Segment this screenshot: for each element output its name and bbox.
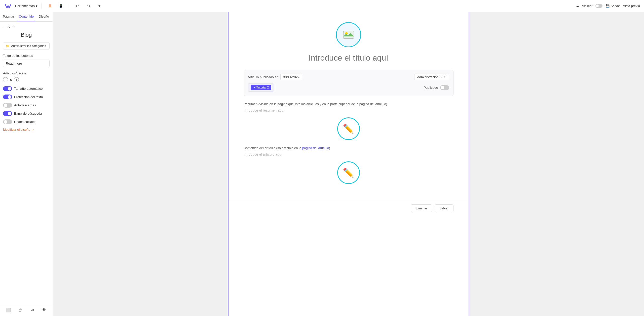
delete-btn[interactable]: Eliminar — [411, 204, 432, 212]
canvas-inner: Artículo publicado en 30/11/2022 Adminis… — [228, 12, 469, 316]
published-toggle[interactable] — [440, 85, 449, 90]
tab-paginas[interactable]: Páginas — [0, 12, 18, 21]
toggle-search-bar: Barra de búsqueda — [3, 111, 50, 116]
logo[interactable] — [4, 3, 11, 10]
canvas-wrapper: Artículo publicado en 30/11/2022 Adminis… — [53, 12, 644, 316]
anti-download-toggle[interactable] — [3, 103, 12, 108]
sidebar: Páginas Contenido Diseño ← Atrás Blog 📁 … — [0, 12, 53, 316]
save-article-btn[interactable]: Salvar — [435, 204, 453, 212]
tag-tutorial2[interactable]: ✕ Tutorial 2 — [251, 85, 272, 90]
article-meta-box: Artículo publicado en 30/11/2022 Adminis… — [244, 70, 453, 96]
publish-btn[interactable]: ☁ Publicar — [576, 4, 592, 8]
redo-btn[interactable]: ↪ — [84, 2, 92, 10]
content-placeholder: Introduce el artículo aquí — [244, 151, 453, 157]
summary-edit-icon[interactable]: ✏️ — [337, 117, 360, 140]
back-arrow-icon: ← — [3, 25, 7, 29]
more-options-btn[interactable]: ▾ — [95, 2, 103, 10]
search-bar-toggle[interactable] — [3, 111, 12, 116]
content-label: Contenido del artículo (sólo visible en … — [244, 146, 453, 150]
seo-btn[interactable]: Administración SEO — [414, 74, 449, 80]
copy-icon[interactable]: ⬜ — [5, 306, 12, 313]
content-section: Contenido del artículo (sólo visible en … — [244, 146, 453, 184]
save-btn[interactable]: 💾 Salvar — [605, 4, 620, 8]
meta-row-2: ✕ Tutorial 2 Publicado — [248, 83, 449, 92]
increase-articles-btn[interactable]: + — [14, 77, 19, 82]
folder-icon: 📁 — [6, 44, 10, 48]
tab-contenido[interactable]: Contenido — [18, 12, 35, 21]
tab-diseno[interactable]: Diseño — [35, 12, 53, 21]
mobile-view-btn[interactable]: 📱 — [57, 2, 65, 10]
published-label: Publicado — [424, 86, 438, 89]
social-networks-toggle[interactable] — [3, 119, 12, 124]
publish-toggle[interactable] — [595, 4, 602, 8]
tag-x-icon[interactable]: ✕ — [253, 86, 255, 89]
summary-label: Resumen (visible en la página que lista … — [244, 102, 453, 106]
published-row: Publicado — [424, 85, 449, 90]
toolbar-right: ☁ Publicar 💾 Salvar Vista previa — [576, 4, 640, 8]
button-text-label: Texto de los botones — [3, 54, 50, 58]
sidebar-tabs: Páginas Contenido Diseño — [0, 12, 53, 22]
auto-size-toggle[interactable] — [3, 86, 12, 91]
articles-per-page-label: Artículos/página — [3, 71, 50, 75]
article-image-placeholder[interactable] — [336, 22, 361, 47]
article-editor: Artículo publicado en 30/11/2022 Adminis… — [229, 12, 469, 200]
sidebar-content: ← Atrás Blog 📁 Administrar las categoría… — [0, 22, 53, 304]
toggle-social-networks: Redes sociales — [3, 119, 50, 124]
content-edit-icon[interactable]: ✏️ — [337, 161, 360, 184]
back-link[interactable]: ← Atrás — [3, 25, 50, 29]
decrease-articles-btn[interactable]: − — [3, 77, 8, 82]
toggle-text-protection: Protección del texto — [3, 95, 50, 99]
action-bar: Eliminar Salvar — [229, 200, 469, 216]
divider-2 — [69, 4, 69, 9]
divider-1 — [42, 4, 42, 9]
toolbar: Herramientas ▾ 🖥 📱 ↩ ↪ ▾ ☁ Publicar 💾 Sa… — [0, 0, 644, 12]
trash-icon[interactable]: 🗑 — [17, 306, 24, 313]
summary-section: Resumen (visible en la página que lista … — [244, 102, 453, 140]
desktop-view-btn[interactable]: 🖥 — [46, 2, 54, 10]
article-title-input[interactable] — [244, 53, 453, 63]
toggle-anti-download: Anti-descargas — [3, 103, 50, 108]
button-text-input[interactable] — [3, 60, 50, 67]
preview-btn[interactable]: Vista previa — [623, 4, 640, 8]
modify-design-link[interactable]: Modificar el diseño → — [3, 128, 50, 131]
meta-row-1: Artículo publicado en 30/11/2022 Adminis… — [248, 74, 449, 80]
layers-icon[interactable]: 🗂 — [29, 306, 36, 313]
sidebar-bottom: ⬜ 🗑 🗂 👁 — [0, 304, 53, 316]
sidebar-title: Blog — [3, 32, 50, 38]
tags-container: ✕ Tutorial 2 — [248, 83, 274, 92]
text-protection-toggle[interactable] — [3, 95, 12, 99]
articles-count: 5 — [10, 78, 12, 82]
summary-placeholder: Introduce el resumen aquí — [244, 107, 453, 113]
herramientas-menu[interactable]: Herramientas ▾ — [15, 4, 37, 8]
article-date[interactable]: 30/11/2022 — [280, 74, 302, 80]
articles-per-page-control: − 5 + — [3, 77, 50, 82]
eye-icon[interactable]: 👁 — [41, 306, 48, 313]
svg-rect-0 — [343, 31, 354, 38]
main-layout: Páginas Contenido Diseño ← Atrás Blog 📁 … — [0, 12, 644, 316]
toggle-auto-size: Tamaño automático — [3, 86, 50, 91]
manage-categories-btn[interactable]: 📁 Administrar las categorías — [3, 42, 50, 50]
undo-btn[interactable]: ↩ — [73, 2, 81, 10]
published-on-label: Artículo publicado en — [248, 75, 278, 79]
content-label-link[interactable]: página del artículo — [302, 146, 329, 150]
